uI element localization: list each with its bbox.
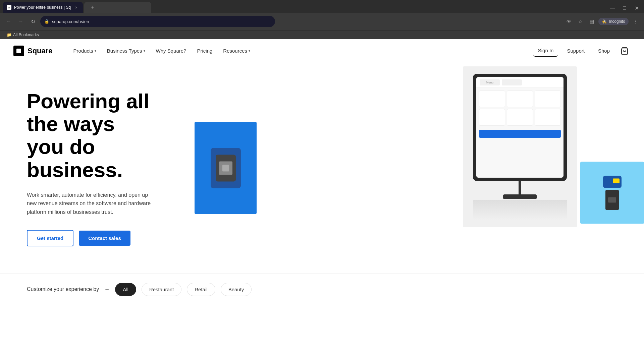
logo-icon [13, 46, 24, 56]
close-browser-button[interactable]: ✕ [632, 3, 641, 13]
website-content: Square Products ▾ Business Types ▾ Why S… [0, 39, 644, 305]
incognito-button[interactable]: 🕵 Incognito [598, 18, 629, 25]
hero-content: Powering all the ways you do business. W… [0, 63, 168, 273]
filter-pill-restaurant[interactable]: Restaurant [142, 283, 181, 296]
contact-sales-button[interactable]: Contact sales [79, 231, 130, 246]
active-tab[interactable]: S Power your entire business | Sq ✕ [3, 2, 83, 13]
filter-pill-retail[interactable]: Retail [187, 283, 215, 296]
nav-pricing[interactable]: Pricing [192, 45, 217, 56]
reload-button[interactable]: ↻ [28, 17, 38, 26]
sidebar-icon[interactable]: ▤ [587, 17, 596, 26]
products-chevron: ▾ [95, 49, 96, 53]
address-bar[interactable]: 🔒 [40, 16, 275, 27]
forward-button[interactable]: → [16, 17, 25, 26]
why-square-label: Why Square? [156, 48, 186, 54]
nav-links: Products ▾ Business Types ▾ Why Square? … [69, 45, 533, 56]
hero-title: Powering all the ways you do business. [27, 90, 154, 181]
tab-title: Power your entire business | Sq [14, 5, 71, 10]
logo-link[interactable]: Square [13, 46, 53, 56]
pricing-label: Pricing [197, 48, 212, 54]
get-started-button[interactable]: Get started [27, 230, 73, 246]
resources-label: Resources [223, 48, 247, 54]
browser-chrome: S Power your entire business | Sq ✕ + — … [0, 0, 644, 30]
tab-close-button[interactable]: ✕ [73, 5, 79, 10]
folder-icon: 📁 [7, 33, 12, 37]
hero-section: Powering all the ways you do business. W… [0, 63, 644, 273]
back-button[interactable]: ← [4, 17, 13, 26]
hero-images: Menu [168, 63, 644, 273]
incognito-icon: 🕵 [602, 19, 607, 24]
hero-buttons: Get started Contact sales [27, 230, 154, 246]
cart-button[interactable] [619, 45, 631, 57]
products-label: Products [73, 48, 93, 54]
support-link[interactable]: Support [562, 45, 589, 56]
bookmarks-bar-item[interactable]: 📁 All Bookmarks [4, 32, 42, 38]
lock-icon: 🔒 [44, 19, 49, 24]
filter-arrow: → [104, 286, 110, 292]
business-types-chevron: ▾ [144, 49, 145, 53]
tap-to-pay-image [580, 162, 644, 224]
shop-link[interactable]: Shop [593, 45, 614, 56]
nav-right: Sign In Support Shop [533, 45, 631, 57]
browser-toolbar: ← → ↻ 🔒 👁 ☆ ▤ 🕵 Incognito ⋮ [0, 13, 644, 30]
tab-favicon: S [7, 5, 11, 10]
logo-text: Square [28, 47, 53, 55]
new-tab[interactable]: + [84, 2, 151, 13]
pos-monitor-image: Menu [463, 66, 577, 227]
nav-business-types[interactable]: Business Types ▾ [102, 45, 150, 56]
bookmarks-bar: 📁 All Bookmarks [0, 30, 644, 39]
main-nav: Square Products ▾ Business Types ▾ Why S… [0, 39, 644, 63]
hero-subtitle: Work smarter, automate for efficiency, a… [27, 191, 154, 217]
resources-chevron: ▾ [249, 49, 250, 53]
browser-tabs: S Power your entire business | Sq ✕ + — … [0, 0, 644, 13]
nav-why-square[interactable]: Why Square? [151, 45, 191, 56]
bookmarks-label: All Bookmarks [13, 33, 39, 37]
url-input[interactable] [52, 19, 271, 24]
nav-products[interactable]: Products ▾ [69, 45, 101, 56]
logo-square-inner [16, 49, 21, 53]
toolbar-right: 👁 ☆ ▤ 🕵 Incognito ⋮ [564, 17, 640, 26]
card-reader-image [195, 122, 257, 214]
maximize-button[interactable]: □ [620, 3, 629, 13]
pos-monitor-visual: Menu [463, 66, 577, 227]
nav-resources[interactable]: Resources ▾ [218, 45, 255, 56]
incognito-label: Incognito [609, 19, 625, 24]
filter-bar: Customize your experience by → All Resta… [0, 273, 644, 305]
star-icon[interactable]: ☆ [576, 17, 585, 26]
eye-off-icon[interactable]: 👁 [564, 17, 574, 26]
filter-pill-beauty[interactable]: Beauty [221, 283, 252, 296]
sign-in-link[interactable]: Sign In [533, 45, 558, 57]
more-menu-button[interactable]: ⋮ [631, 17, 640, 26]
business-types-label: Business Types [107, 48, 142, 54]
filter-pill-all[interactable]: All [115, 283, 136, 296]
minimize-button[interactable]: — [608, 3, 617, 13]
add-tab-button[interactable]: + [88, 2, 97, 13]
filter-label: Customize your experience by [27, 286, 99, 292]
